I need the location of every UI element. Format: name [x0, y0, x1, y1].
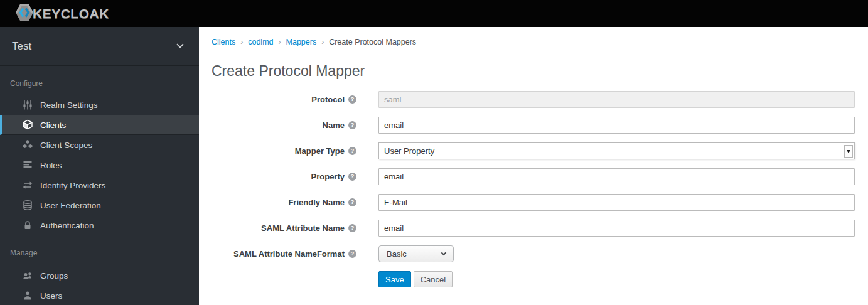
sidebar-item-roles[interactable]: Roles	[0, 155, 199, 175]
property-input[interactable]	[378, 168, 855, 185]
form-buttons: Save Cancel	[378, 271, 868, 287]
mapper-type-select[interactable]: User Property	[378, 142, 855, 159]
friendly-name-input[interactable]	[378, 194, 855, 211]
main-content: Clients › codimd › Mappers › Create Prot…	[199, 27, 868, 305]
saml-attribute-name-label-cell: SAML Attribute Name ?	[199, 223, 356, 233]
form-row-mapper-type: Mapper Type ? User Property	[199, 142, 868, 159]
form-row-name: Name ?	[199, 117, 868, 134]
sidebar-item-clients[interactable]: Clients	[0, 115, 199, 135]
sidebar-nav: Configure Realm Settings	[0, 66, 199, 305]
mapper-type-label: Mapper Type	[295, 146, 345, 156]
name-label-cell: Name ?	[199, 120, 356, 130]
breadcrumb-separator-icon: ›	[279, 38, 281, 46]
cubes-icon	[22, 139, 33, 151]
breadcrumb-separator-icon: ›	[321, 38, 324, 46]
protocol-label-cell: Protocol ?	[199, 95, 356, 104]
friendly-name-label-cell: Friendly Name ?	[199, 198, 356, 207]
cancel-button[interactable]: Cancel	[414, 271, 453, 287]
help-icon[interactable]: ?	[348, 147, 356, 155]
nav-section-configure: Configure	[0, 70, 199, 95]
create-mapper-form: Protocol ? Name ? Mapper Type ?	[199, 91, 868, 287]
saml-attribute-nameformat-label: SAML Attribute NameFormat	[233, 249, 345, 259]
form-row-protocol: Protocol ?	[199, 91, 868, 108]
database-icon	[22, 200, 33, 211]
keycloak-hexagon-icon	[15, 3, 34, 24]
saml-attribute-name-input[interactable]	[378, 220, 855, 237]
sidebar-item-label: User Federation	[40, 201, 101, 210]
page-title: Create Protocol Mapper	[212, 63, 868, 80]
form-row-property: Property ?	[199, 168, 868, 185]
lock-icon	[22, 220, 33, 231]
sidebar-item-users[interactable]: Users	[0, 286, 199, 305]
breadcrumb-clients[interactable]: Clients	[212, 38, 235, 46]
help-icon[interactable]: ?	[348, 95, 356, 104]
sidebar-item-label: Clients	[40, 120, 66, 130]
exchange-arrows-icon	[22, 179, 33, 191]
property-label-cell: Property ?	[199, 172, 356, 181]
form-row-saml-attribute-nameformat: SAML Attribute NameFormat ? Basic	[199, 245, 868, 262]
breadcrumb: Clients › codimd › Mappers › Create Prot…	[199, 27, 868, 46]
nameformat-selected-value: Basic	[387, 249, 407, 259]
keycloak-logo-text: KEYCLOAK	[33, 6, 109, 21]
top-header: KEYCLOAK	[0, 0, 868, 27]
chevron-down-icon	[176, 41, 183, 48]
breadcrumb-current: Create Protocol Mappers	[329, 38, 416, 46]
select-arrow-icon	[844, 145, 853, 158]
chevron-down-icon	[441, 250, 446, 255]
sidebar-item-label: Groups	[40, 271, 68, 281]
sidebar-item-groups[interactable]: Groups	[0, 265, 199, 286]
sidebar: Test Configure Realm Settings	[0, 27, 199, 305]
help-icon[interactable]: ?	[348, 224, 356, 232]
sidebar-item-client-scopes[interactable]: Client Scopes	[0, 135, 199, 155]
list-icon	[22, 159, 33, 171]
help-icon[interactable]: ?	[348, 121, 356, 129]
sidebar-item-label: Client Scopes	[40, 141, 92, 150]
saml-attribute-nameformat-label-cell: SAML Attribute NameFormat ?	[199, 249, 356, 259]
help-icon[interactable]: ?	[348, 198, 356, 206]
friendly-name-label: Friendly Name	[288, 198, 345, 207]
protocol-label: Protocol	[311, 95, 345, 104]
saml-attribute-name-label: SAML Attribute Name	[261, 223, 345, 233]
sidebar-item-label: Realm Settings	[40, 100, 98, 110]
nav-section-manage: Manage	[0, 235, 199, 265]
breadcrumb-mappers[interactable]: Mappers	[286, 38, 317, 46]
help-icon[interactable]: ?	[348, 250, 356, 258]
realm-selector[interactable]: Test	[0, 27, 199, 66]
sidebar-item-label: Identity Providers	[40, 181, 105, 190]
name-input[interactable]	[378, 117, 855, 134]
property-label: Property	[311, 172, 345, 181]
form-row-friendly-name: Friendly Name ?	[199, 194, 868, 211]
sidebar-item-user-federation[interactable]: User Federation	[0, 195, 199, 215]
saml-attribute-nameformat-select[interactable]: Basic	[378, 245, 454, 262]
groups-icon	[22, 270, 33, 281]
realm-name: Test	[12, 40, 31, 53]
sidebar-item-identity-providers[interactable]: Identity Providers	[0, 175, 199, 195]
keycloak-logo[interactable]: KEYCLOAK	[15, 3, 109, 24]
protocol-input	[378, 91, 855, 108]
name-label: Name	[323, 120, 345, 130]
mapper-type-selected-value: User Property	[384, 146, 434, 156]
sidebar-item-label: Roles	[40, 161, 62, 170]
save-button[interactable]: Save	[378, 271, 411, 287]
form-row-saml-attribute-name: SAML Attribute Name ?	[199, 220, 868, 237]
sidebar-item-realm-settings[interactable]: Realm Settings	[0, 95, 199, 115]
sliders-icon	[22, 99, 33, 110]
user-icon	[22, 290, 33, 301]
sidebar-item-label: Users	[40, 291, 62, 301]
breadcrumb-codimd[interactable]: codimd	[248, 38, 273, 46]
mapper-type-label-cell: Mapper Type ?	[199, 146, 356, 156]
help-icon[interactable]: ?	[348, 173, 356, 181]
cube-icon	[22, 119, 33, 131]
breadcrumb-separator-icon: ›	[240, 38, 243, 46]
sidebar-item-label: Authentication	[40, 221, 94, 230]
sidebar-item-authentication[interactable]: Authentication	[0, 215, 199, 235]
